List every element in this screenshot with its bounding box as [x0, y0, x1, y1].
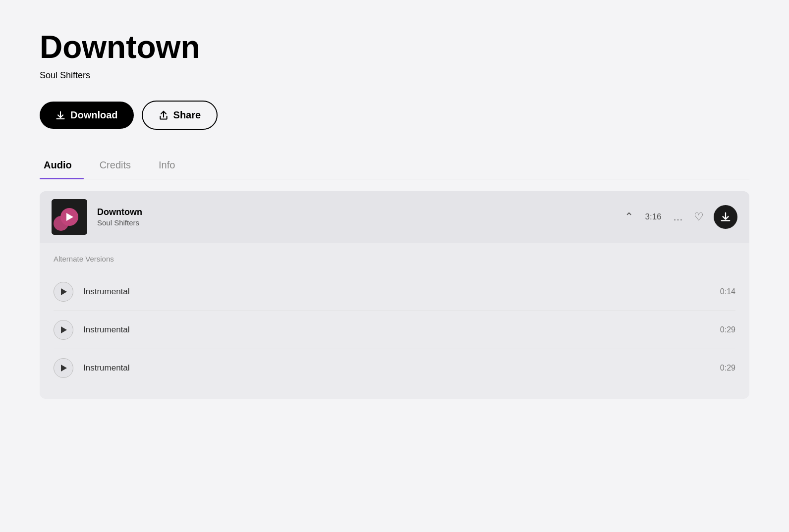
main-track-duration: 3:16 — [643, 212, 663, 222]
page-title: Downtown — [40, 30, 749, 64]
tabs-row: Audio Credits Info — [40, 154, 749, 179]
alt-track-play-button-3[interactable] — [54, 358, 73, 378]
alt-track-duration-3: 0:29 — [720, 364, 735, 372]
main-track-artist: Soul Shifters — [97, 218, 615, 227]
alternate-versions-label: Alternate Versions — [54, 255, 735, 263]
tab-info[interactable]: Info — [155, 154, 187, 179]
main-track-actions: ⌃ 3:16 … ♡ — [624, 205, 737, 229]
download-circle-icon — [720, 212, 731, 222]
more-options-button[interactable]: … — [673, 212, 684, 223]
alt-track-title-1: Instrumental — [83, 287, 710, 297]
play-icon — [66, 213, 73, 221]
actions-row: Download Share — [40, 101, 749, 130]
play-icon — [61, 288, 67, 295]
tab-audio[interactable]: Audio — [40, 154, 84, 179]
download-button[interactable]: Download — [40, 102, 134, 129]
main-track-row: Downtown Soul Shifters ⌃ 3:16 … ♡ — [40, 191, 749, 243]
alternate-versions-section: Alternate Versions Instrumental 0:14 Ins… — [40, 243, 749, 399]
share-button[interactable]: Share — [142, 101, 218, 130]
download-icon — [56, 110, 65, 120]
track-download-button[interactable] — [714, 205, 737, 229]
alt-track-title-2: Instrumental — [83, 325, 710, 335]
share-icon — [159, 110, 169, 120]
alt-track-play-button-2[interactable] — [54, 320, 73, 340]
alt-track-duration-2: 0:29 — [720, 325, 735, 334]
play-icon — [61, 365, 67, 372]
alt-track-play-button-1[interactable] — [54, 282, 73, 302]
alt-track-row: Instrumental 0:29 — [54, 311, 735, 349]
alt-track-row: Instrumental 0:14 — [54, 273, 735, 311]
alt-track-row: Instrumental 0:29 — [54, 349, 735, 387]
main-play-button[interactable] — [60, 208, 78, 226]
tab-credits[interactable]: Credits — [96, 154, 143, 179]
content-area: Downtown Soul Shifters ⌃ 3:16 … ♡ Altern… — [40, 191, 749, 399]
play-icon — [61, 326, 67, 333]
collapse-button[interactable]: ⌃ — [624, 211, 633, 223]
main-track-title: Downtown — [97, 207, 615, 217]
main-track-info: Downtown Soul Shifters — [97, 207, 615, 227]
track-thumbnail — [52, 199, 87, 235]
alt-track-duration-1: 0:14 — [720, 287, 735, 296]
alt-track-title-3: Instrumental — [83, 363, 710, 373]
artist-link[interactable]: Soul Shifters — [40, 70, 90, 81]
like-button[interactable]: ♡ — [694, 211, 704, 223]
